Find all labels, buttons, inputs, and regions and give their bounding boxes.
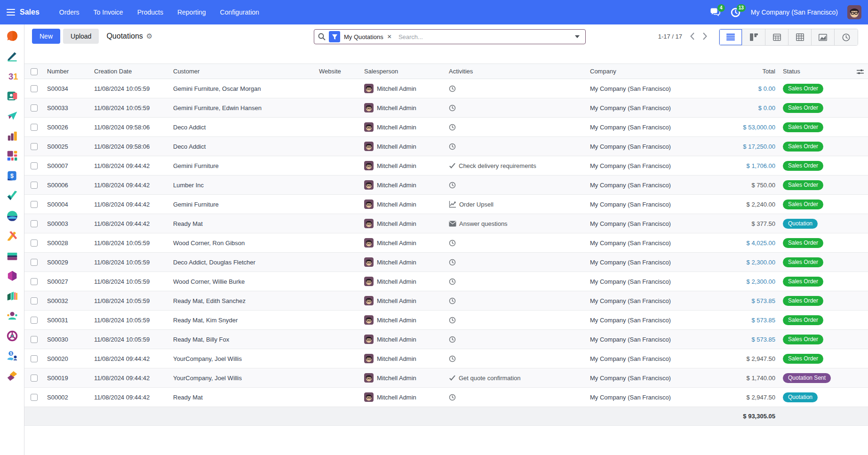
table-row[interactable]: S00025 11/08/2024 09:58:06 Deco Addict M…	[24, 137, 868, 156]
view-calendar-button[interactable]	[765, 29, 788, 45]
table-row[interactable]: S00027 11/08/2024 10:05:59 Wood Corner, …	[24, 272, 868, 291]
cell-activity[interactable]	[445, 317, 586, 324]
select-all-checkbox[interactable]	[31, 68, 38, 75]
payroll-app-icon[interactable]: $	[6, 350, 18, 362]
cell-activity[interactable]	[445, 336, 586, 343]
table-row[interactable]: S00002 11/08/2024 09:44:42 Ready Mat Mit…	[24, 388, 868, 407]
manufacturing-app-icon[interactable]	[6, 230, 18, 242]
column-header-number[interactable]: Number	[43, 68, 90, 75]
cell-activity[interactable]	[445, 259, 586, 266]
notes-app-icon[interactable]	[6, 50, 18, 62]
column-header-creation-date[interactable]: Creation Date	[90, 68, 169, 75]
table-row[interactable]: S00003 11/08/2024 09:44:42 Ready Mat Mit…	[24, 214, 868, 233]
fleet-app-icon[interactable]	[6, 330, 18, 342]
project-app-icon[interactable]	[6, 190, 18, 202]
search-dropdown-caret[interactable]	[575, 35, 580, 38]
column-header-company[interactable]: Company	[586, 68, 723, 75]
table-row[interactable]: S00033 11/08/2024 10:05:59 Gemini Furnit…	[24, 98, 868, 118]
row-checkbox[interactable]	[31, 104, 38, 112]
user-avatar[interactable]	[847, 5, 861, 19]
table-row[interactable]: S00031 11/08/2024 10:05:59 Ready Mat, Ki…	[24, 311, 868, 330]
contacts-app-icon[interactable]	[6, 90, 18, 102]
column-header-salesperson[interactable]: Salesperson	[360, 68, 445, 75]
row-checkbox[interactable]	[31, 124, 38, 131]
row-checkbox[interactable]	[31, 297, 38, 304]
new-button[interactable]: New	[32, 29, 60, 44]
cell-activity[interactable]: Check delivery requirements	[445, 162, 586, 169]
upload-button[interactable]: Upload	[63, 29, 99, 44]
pager-previous-button[interactable]	[690, 32, 695, 40]
cell-activity[interactable]	[445, 297, 586, 304]
pager-next-button[interactable]	[702, 32, 708, 40]
calendar-app-icon[interactable]: 31	[6, 70, 18, 82]
menu-orders[interactable]: Orders	[59, 8, 80, 16]
cell-activity[interactable]	[445, 394, 586, 401]
row-checkbox[interactable]	[31, 336, 38, 343]
row-checkbox[interactable]	[31, 375, 38, 382]
row-checkbox[interactable]	[31, 355, 38, 362]
row-checkbox[interactable]	[31, 201, 38, 208]
table-row[interactable]: S00026 11/08/2024 09:58:06 Deco Addict M…	[24, 118, 868, 137]
table-row[interactable]: S00007 11/08/2024 09:44:42 Gemini Furnit…	[24, 156, 868, 176]
cell-activity[interactable]: Answer questions	[445, 220, 586, 227]
view-graph-button[interactable]	[812, 29, 835, 45]
optional-columns-icon[interactable]	[857, 68, 864, 77]
view-kanban-button[interactable]	[742, 29, 765, 45]
table-row[interactable]: S00004 11/08/2024 09:44:42 Gemini Furnit…	[24, 195, 868, 214]
cell-activity[interactable]	[445, 85, 586, 92]
column-header-total[interactable]: Total	[723, 68, 779, 75]
column-header-status[interactable]: Status	[779, 68, 854, 75]
column-header-website[interactable]: Website	[315, 68, 360, 75]
row-checkbox[interactable]	[31, 220, 38, 227]
table-row[interactable]: S00028 11/08/2024 10:05:59 Wood Corner, …	[24, 233, 868, 253]
menu-configuration[interactable]: Configuration	[220, 8, 259, 16]
app-name[interactable]: Sales	[20, 8, 40, 16]
row-checkbox[interactable]	[31, 162, 38, 169]
view-list-button[interactable]	[719, 29, 742, 45]
column-header-customer[interactable]: Customer	[169, 68, 315, 75]
row-checkbox[interactable]	[31, 143, 38, 150]
cell-activity[interactable]	[445, 124, 586, 131]
table-row[interactable]: S00029 11/08/2024 10:05:59 Deco Addict, …	[24, 253, 868, 272]
website-app-icon[interactable]	[6, 370, 18, 382]
row-checkbox[interactable]	[31, 239, 38, 247]
table-row[interactable]: S00020 11/08/2024 09:44:42 YourCompany, …	[24, 349, 868, 368]
invoicing-app-icon[interactable]: $	[6, 170, 18, 182]
inventory-app-icon[interactable]	[6, 210, 18, 222]
cell-activity[interactable]	[445, 182, 586, 189]
cell-activity[interactable]	[445, 355, 586, 362]
row-checkbox[interactable]	[31, 182, 38, 189]
column-header-activities[interactable]: Activities	[445, 68, 586, 75]
search-input[interactable]: Search...	[398, 33, 575, 40]
menu-to-invoice[interactable]: To Invoice	[94, 8, 123, 16]
employees-app-icon[interactable]	[6, 310, 18, 322]
table-row[interactable]: S00006 11/08/2024 09:44:42 Lumber Inc Mi…	[24, 176, 868, 195]
hamburger-menu-icon[interactable]	[7, 9, 15, 16]
cell-activity[interactable]	[445, 239, 586, 247]
menu-reporting[interactable]: Reporting	[177, 8, 206, 16]
row-checkbox[interactable]	[31, 278, 38, 285]
point-of-sale-app-icon[interactable]	[6, 250, 18, 262]
purchase-app-icon[interactable]	[6, 270, 18, 282]
cell-activity[interactable]	[445, 104, 586, 112]
table-row[interactable]: S00034 11/08/2024 10:05:59 Gemini Furnit…	[24, 79, 868, 98]
user-company-menu[interactable]: My Company (San Francisco)	[751, 8, 838, 16]
filter-facet[interactable]: My Quotations ✕	[329, 31, 392, 42]
table-row[interactable]: S00019 11/08/2024 09:44:42 YourCompany, …	[24, 368, 868, 388]
cell-activity[interactable]	[445, 278, 586, 285]
cell-activity[interactable]	[445, 143, 586, 150]
activities-icon[interactable]: 13	[730, 7, 741, 17]
cell-activity[interactable]: Order Upsell	[445, 200, 586, 208]
table-row[interactable]: S00032 11/08/2024 10:05:59 Ready Mat, Ed…	[24, 291, 868, 311]
row-checkbox[interactable]	[31, 259, 38, 266]
crm-app-icon[interactable]	[6, 110, 18, 122]
search-bar[interactable]: My Quotations ✕ Search...	[314, 29, 586, 44]
row-checkbox[interactable]	[31, 85, 38, 92]
filter-remove-icon[interactable]: ✕	[387, 33, 392, 40]
messages-icon[interactable]: 4	[709, 7, 721, 17]
view-activity-button[interactable]	[835, 29, 858, 45]
row-checkbox[interactable]	[31, 394, 38, 401]
view-pivot-button[interactable]	[788, 29, 812, 45]
favorites-gear-icon[interactable]: ⚙	[146, 32, 152, 40]
table-row[interactable]: S00030 11/08/2024 10:05:59 Ready Mat, Bi…	[24, 330, 868, 349]
